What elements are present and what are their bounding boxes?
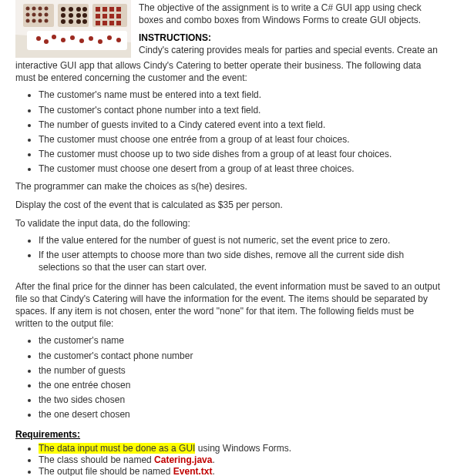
list-item: The customer must choose one entrée from…: [39, 133, 442, 146]
requirements-list: The data input must be done as a GUI usi…: [39, 443, 442, 477]
output-fields-list: the customer's name the customer's conta…: [39, 334, 442, 421]
after-price-text: After the final price for the dinner has…: [15, 280, 442, 330]
svg-point-50: [107, 35, 112, 40]
svg-point-3: [26, 7, 30, 11]
svg-point-51: [116, 38, 121, 42]
list-item: the number of guests: [39, 364, 442, 377]
top-text-block: The objective of the assignment is to wr…: [139, 0, 442, 55]
svg-rect-36: [116, 14, 121, 18]
requirements-heading: Requirements:: [15, 429, 442, 440]
svg-rect-41: [27, 31, 127, 50]
list-item: the two sides chosen: [39, 394, 442, 406]
objective-text: The objective of the assignment is to wr…: [139, 2, 442, 26]
req-text: .: [212, 454, 214, 465]
list-item: the customer's name: [39, 334, 442, 347]
svg-point-18: [76, 7, 81, 12]
filename-red: Event.txt: [173, 466, 213, 477]
validate-intro: To validate the input data, do the follo…: [15, 217, 442, 230]
svg-point-43: [44, 39, 49, 44]
svg-rect-30: [102, 7, 107, 12]
list-item: The data input must be done as a GUI usi…: [39, 443, 442, 454]
svg-point-20: [61, 13, 66, 18]
list-item: If the value entered for the number of g…: [39, 234, 442, 246]
instructions-line1: Cindy's catering provides meals for part…: [139, 45, 442, 55]
display-cost: Display the cost of the event that is ca…: [15, 199, 442, 211]
svg-point-46: [70, 35, 75, 40]
req-text: .: [212, 466, 214, 477]
list-item: The output file should be named Event.tx…: [39, 466, 442, 477]
svg-point-22: [76, 13, 81, 18]
svg-point-44: [52, 35, 56, 39]
list-item: The customer must choose one desert from…: [39, 163, 442, 175]
list-item: The customer's name must be entered into…: [39, 89, 442, 101]
svg-point-17: [69, 7, 73, 12]
req-text: using Windows Forms.: [195, 443, 291, 454]
instructions-line2: interactive GUI app that allows Cindy's …: [15, 59, 442, 84]
req-text: The output file should be named: [39, 466, 173, 477]
svg-point-25: [69, 19, 73, 24]
validate-list: If the value entered for the number of g…: [39, 234, 442, 274]
highlighted-text: The data input must be done as a GUI: [39, 443, 195, 454]
svg-rect-35: [109, 14, 114, 18]
svg-point-9: [39, 13, 42, 17]
catering-image: [15, 0, 131, 58]
svg-point-19: [82, 7, 87, 12]
svg-point-21: [69, 13, 73, 18]
svg-point-6: [45, 7, 49, 11]
svg-point-5: [39, 7, 42, 11]
svg-point-27: [82, 19, 87, 24]
list-item: the one desert chosen: [39, 408, 442, 421]
list-item: the customer's contact phone number: [39, 350, 442, 362]
list-item: the one entrée chosen: [39, 379, 442, 391]
filename-red: Catering.java: [154, 454, 212, 465]
svg-point-12: [32, 19, 36, 23]
svg-rect-37: [96, 21, 100, 25]
svg-point-8: [32, 13, 36, 17]
svg-point-49: [98, 39, 102, 44]
assignment-document: The objective of the assignment is to wr…: [0, 0, 457, 476]
svg-rect-31: [109, 7, 114, 12]
svg-rect-39: [109, 21, 114, 25]
svg-point-47: [79, 39, 84, 43]
list-item: The class should be named Catering.java.: [39, 454, 442, 465]
svg-point-23: [82, 13, 87, 18]
programmer-note: The programmer can make the choices as s…: [15, 180, 442, 193]
svg-rect-29: [96, 7, 100, 12]
svg-point-14: [45, 19, 49, 23]
svg-point-48: [89, 36, 93, 41]
data-entry-list: The customer's name must be entered into…: [39, 89, 442, 175]
svg-point-42: [36, 36, 41, 41]
svg-rect-34: [102, 14, 107, 18]
list-item: If the user attempts to choose more than…: [39, 249, 442, 273]
svg-point-10: [45, 13, 49, 17]
list-item: The customer must choose up to two side …: [39, 148, 442, 160]
svg-rect-33: [96, 14, 100, 18]
svg-point-45: [61, 38, 66, 42]
svg-point-16: [61, 7, 66, 12]
svg-rect-32: [116, 7, 121, 12]
svg-point-4: [32, 7, 36, 11]
top-section: The objective of the assignment is to wr…: [15, 0, 442, 58]
list-item: The number of guests invited to a Cindy …: [39, 119, 442, 131]
svg-point-11: [26, 19, 30, 23]
svg-rect-40: [116, 21, 121, 25]
svg-point-26: [76, 19, 81, 24]
svg-rect-38: [102, 21, 107, 25]
list-item: The customer's contact phone number into…: [39, 104, 442, 116]
req-text: The class should be named: [39, 454, 154, 465]
svg-point-13: [39, 19, 42, 23]
instructions-heading: INSTRUCTIONS:: [139, 32, 442, 43]
svg-point-24: [61, 19, 66, 24]
svg-point-7: [26, 13, 30, 17]
